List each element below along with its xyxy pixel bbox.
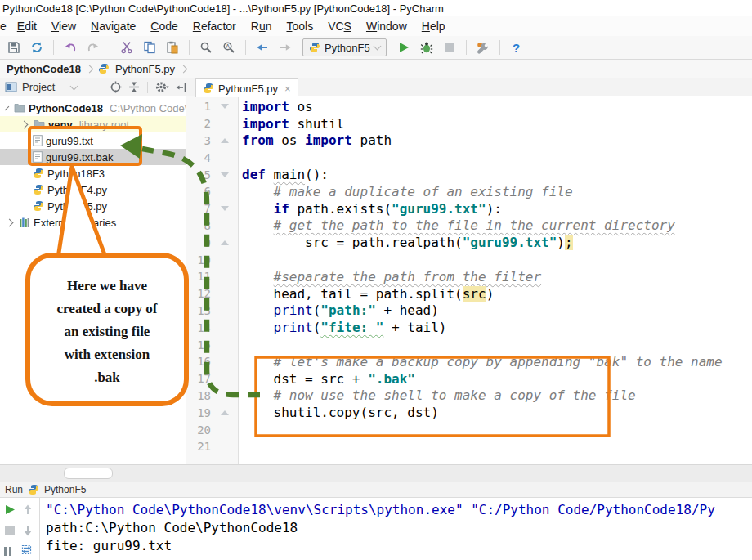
- replace-icon[interactable]: A: [218, 38, 239, 57]
- code-line-17[interactable]: 17 dst = src + ".bak": [186, 370, 752, 388]
- menu-code[interactable]: Code: [143, 20, 185, 33]
- menu-help[interactable]: Help: [414, 20, 453, 33]
- code-line-14[interactable]: 14 print("fite: " + tail): [186, 319, 752, 336]
- tree-item-guru99-txt-bak[interactable]: guru99.txt.bak: [0, 149, 186, 165]
- tree-item-python18f3[interactable]: Python18F3: [0, 165, 186, 181]
- paste-icon[interactable]: [162, 38, 183, 57]
- code-line-6[interactable]: 6 # make a duplicate of an existing file: [186, 183, 752, 200]
- menu-file-clipped[interactable]: e: [0, 20, 10, 33]
- tree-item-venv[interactable]: venvlibrary root: [0, 116, 186, 132]
- fold-marker-icon[interactable]: [221, 138, 229, 143]
- line-number: 15: [186, 338, 211, 352]
- code-line-15[interactable]: 15: [186, 336, 752, 353]
- code-line-10[interactable]: 10: [186, 251, 752, 268]
- settings-wrench-icon[interactable]: [472, 38, 494, 57]
- tree-item-pythoncode18[interactable]: PythonCode18C:\Python Code\Pyt: [0, 100, 186, 116]
- breadcrumb-item[interactable]: PythonF5.py: [115, 63, 175, 75]
- chevron-right-icon[interactable]: [6, 218, 14, 226]
- python-icon: [309, 42, 320, 53]
- console-line: fite: guru99.txt: [46, 536, 752, 554]
- code-line-19[interactable]: 19 shutil.copy(src, dst): [186, 404, 752, 421]
- code-line-16[interactable]: 16 # let's make a backup copy by appendi…: [186, 353, 752, 370]
- stop-icon[interactable]: [3, 524, 16, 537]
- tree-item-pythonf5-py[interactable]: PythonF5.py: [0, 198, 186, 214]
- chevron-down-icon[interactable]: [5, 105, 10, 110]
- rerun-icon[interactable]: [3, 503, 16, 516]
- find-icon[interactable]: [195, 38, 217, 57]
- forward-icon[interactable]: [275, 38, 296, 57]
- gear-icon[interactable]: [155, 81, 169, 93]
- fold-marker-icon[interactable]: [221, 104, 229, 109]
- code-line-11[interactable]: 11 #separate the path from the filter: [186, 268, 752, 285]
- code-line-7[interactable]: 7 if path.exists("guru99.txt"):: [186, 200, 752, 217]
- menu-refactor[interactable]: Refactor: [186, 20, 244, 33]
- back-icon[interactable]: [252, 38, 273, 57]
- hide-panel-icon[interactable]: [176, 82, 186, 93]
- tree-item-external-libraries[interactable]: External Libraries: [0, 214, 186, 231]
- menu-edit[interactable]: Edit: [10, 20, 44, 33]
- menu-view[interactable]: View: [44, 20, 83, 33]
- run-icon[interactable]: [393, 38, 414, 57]
- fold-marker-icon[interactable]: [221, 240, 229, 245]
- code-line-21[interactable]: 21: [186, 438, 752, 455]
- toolbar-separator: [189, 40, 190, 55]
- code-text: shutil.copy(src, dst): [239, 405, 439, 420]
- menu-tools[interactable]: Tools: [279, 20, 320, 33]
- line-number: 16: [186, 355, 211, 368]
- code-line-9[interactable]: 9 src = path.realpath("guru99.txt");: [186, 234, 752, 251]
- fold-marker-icon[interactable]: [221, 410, 229, 415]
- stop-icon[interactable]: [439, 38, 460, 57]
- code-line-20[interactable]: 20: [186, 421, 752, 438]
- sync-icon[interactable]: [26, 38, 47, 57]
- horizontal-scrollbar-track[interactable]: [0, 464, 752, 483]
- code-line-12[interactable]: 12 head, tail = path.split(src): [186, 285, 752, 302]
- file-icon: [33, 135, 43, 146]
- code-line-2[interactable]: 2import shutil: [186, 115, 752, 132]
- folder-icon: [14, 103, 25, 113]
- down-arrow-icon[interactable]: [21, 524, 34, 537]
- restart-icon[interactable]: [20, 543, 33, 556]
- code-line-5[interactable]: 5def main():: [186, 166, 752, 183]
- line-number: 11: [186, 270, 211, 283]
- code-line-13[interactable]: 13 print("path:" + head): [186, 302, 752, 320]
- redo-icon[interactable]: [83, 38, 104, 57]
- project-tool-window-icon[interactable]: [5, 82, 17, 92]
- run-panel-tab[interactable]: PythonF5: [44, 484, 86, 495]
- help-icon[interactable]: ?: [506, 38, 527, 57]
- code-editor[interactable]: 1import os2import shutil3from os import …: [186, 96, 752, 464]
- code-line-4[interactable]: 4: [186, 149, 752, 166]
- svg-text:A: A: [226, 43, 230, 49]
- save-icon[interactable]: [3, 38, 25, 57]
- debug-icon[interactable]: [416, 38, 437, 57]
- run-config-select[interactable]: PythonF5: [302, 38, 387, 56]
- pause-icon[interactable]: [2, 544, 15, 558]
- fold-marker-icon[interactable]: [221, 206, 229, 211]
- code-line-1[interactable]: 1import os: [186, 98, 752, 115]
- line-number: 10: [186, 253, 211, 267]
- tree-item-label: guru99.txt: [46, 135, 93, 147]
- fold-marker-icon[interactable]: [221, 172, 229, 177]
- chevron-right-icon[interactable]: [20, 120, 29, 128]
- tree-item-guru99-txt[interactable]: guru99.txt: [0, 132, 186, 149]
- menu-window[interactable]: Window: [359, 20, 414, 33]
- breadcrumb-item[interactable]: PythonCode18: [7, 63, 81, 75]
- tree-item-pythonf4-py[interactable]: PythonF4.py: [0, 181, 186, 198]
- up-arrow-icon[interactable]: [21, 503, 34, 516]
- tab-pythonf5[interactable]: PythonF5.py ×: [195, 78, 298, 97]
- line-number: 4: [186, 151, 211, 164]
- code-line-18[interactable]: 18 # now use the shell to make a copy of…: [186, 388, 752, 405]
- undo-icon[interactable]: [60, 38, 81, 57]
- horizontal-scrollbar-thumb[interactable]: [64, 468, 113, 479]
- close-tab-icon[interactable]: ×: [284, 83, 291, 95]
- copy-icon[interactable]: [139, 38, 160, 57]
- tree-item-extra: C:\Python Code\Pyt: [110, 102, 186, 114]
- code-line-3[interactable]: 3from os import path: [186, 132, 752, 150]
- chevron-down-icon[interactable]: [70, 82, 78, 90]
- menu-run[interactable]: Run: [244, 20, 280, 33]
- locate-icon[interactable]: [110, 81, 122, 93]
- menu-vcs[interactable]: VCS: [320, 20, 359, 33]
- code-line-8[interactable]: 8 # get the path to the file in the curr…: [186, 217, 752, 235]
- menu-navigate[interactable]: Navigate: [83, 20, 143, 33]
- collapse-all-icon[interactable]: [128, 81, 140, 93]
- cut-icon[interactable]: [116, 38, 137, 57]
